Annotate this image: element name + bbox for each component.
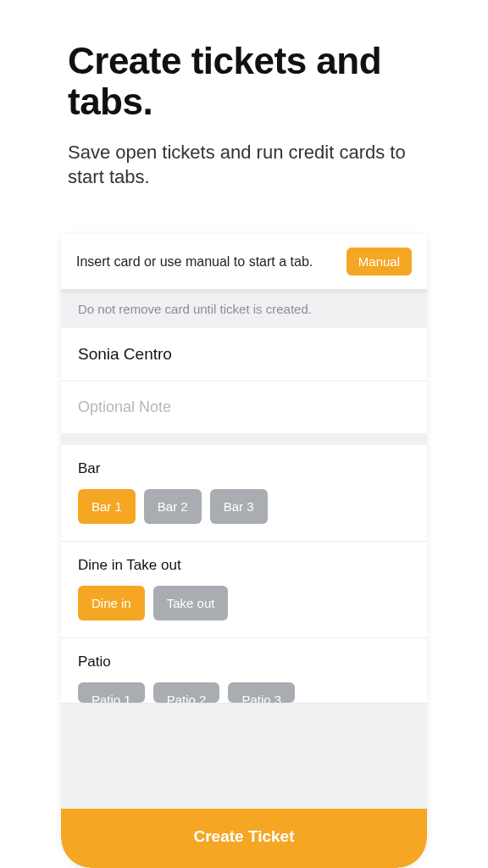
chip-take-out[interactable]: Take out xyxy=(153,586,229,620)
start-tab-bar: Insert card or use manual to start a tab… xyxy=(61,234,427,290)
section-dinein-takeout: Dine in Take out Dine in Take out xyxy=(61,542,427,638)
start-tab-instruction: Insert card or use manual to start a tab… xyxy=(76,254,313,270)
section-patio: Patio Patio 1 Patio 2 Patio 3 xyxy=(61,638,427,704)
page-subtitle: Save open tickets and run credit cards t… xyxy=(68,140,420,190)
manual-button[interactable]: Manual xyxy=(347,248,412,275)
chip-patio-2[interactable]: Patio 2 xyxy=(153,682,220,703)
customer-name-field[interactable]: Sonia Centro xyxy=(61,328,427,381)
create-ticket-button[interactable]: Create Ticket xyxy=(61,809,427,868)
chip-patio-1[interactable]: Patio 1 xyxy=(78,682,145,703)
spacer xyxy=(61,433,427,445)
card-info-message: Do not remove card until ticket is creat… xyxy=(61,290,427,328)
chip-bar-3[interactable]: Bar 3 xyxy=(210,489,268,524)
device-frame: Insert card or use manual to start a tab… xyxy=(61,234,427,868)
chip-dine-in[interactable]: Dine in xyxy=(78,586,145,620)
section-label-patio: Patio xyxy=(78,654,410,670)
chip-bar-2[interactable]: Bar 2 xyxy=(144,489,202,524)
chip-patio-3[interactable]: Patio 3 xyxy=(228,682,295,703)
section-label-bar: Bar xyxy=(78,460,410,477)
page-title: Create tickets and tabs. xyxy=(68,41,420,123)
chip-bar-1[interactable]: Bar 1 xyxy=(78,489,136,524)
optional-note-field[interactable]: Optional Note xyxy=(61,381,427,433)
section-bar: Bar Bar 1 Bar 2 Bar 3 xyxy=(61,445,427,542)
section-label-dinein-takeout: Dine in Take out xyxy=(78,557,410,574)
